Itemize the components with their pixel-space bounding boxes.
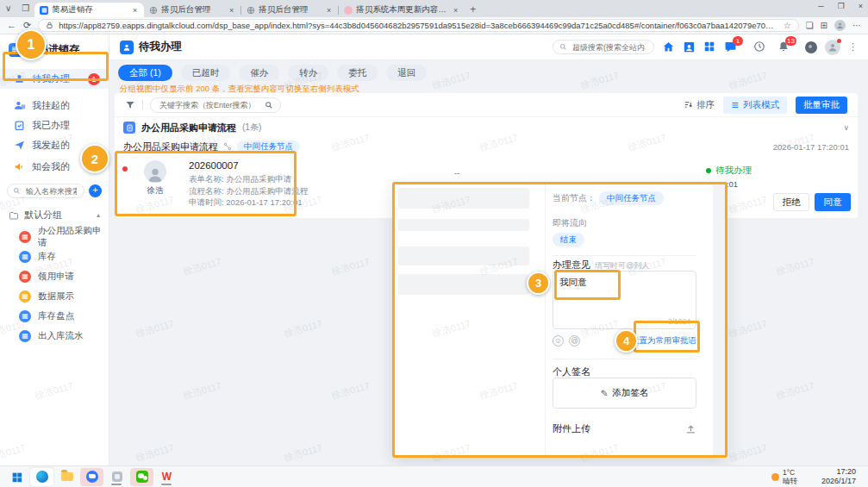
current-node-row: 当前节点： 中间任务节点 [553, 191, 696, 205]
task-form-name: 表单名称: 办公用品采购申请 [189, 173, 308, 185]
browser-tab-3[interactable]: 搭贝后台管理 × [241, 3, 338, 17]
new-tab-button[interactable]: + [465, 3, 481, 16]
window-minimize-icon[interactable]: ─ [818, 2, 823, 10]
add-group-button[interactable]: + [89, 184, 102, 197]
flow-section-header[interactable]: 办公用品采购申请流程 (1条) ∨ [115, 117, 858, 138]
list-mode-button[interactable]: 列表模式 [723, 97, 787, 114]
filter-return[interactable]: 退回 [386, 65, 427, 81]
taskbar-wps-icon[interactable]: W [155, 468, 178, 486]
notifications-bell-icon[interactable]: 13 [777, 41, 790, 53]
screen: ∨ ❐ ▦ 简易进销存 × 搭贝后台管理 × 搭贝后台管理 × 搭贝系统本周更新… [0, 0, 868, 487]
filter-transfer[interactable]: 转办 [288, 65, 328, 81]
tab-search-chevron-icon[interactable]: ∨ [0, 2, 16, 16]
tab-workspaces-icon[interactable]: ❐ [16, 2, 34, 16]
window-close-icon[interactable]: × [859, 2, 863, 10]
sidebar-item-requisition[interactable]: ▦ 领用申请 [0, 266, 109, 286]
tab2-close-icon[interactable]: × [228, 6, 235, 15]
sidebar-search-row: + [0, 177, 109, 203]
global-search-input[interactable] [571, 42, 647, 53]
keyword-search-wrap[interactable] [150, 97, 281, 113]
keyword-search-input[interactable] [158, 100, 260, 110]
todo-person-icon [14, 73, 25, 84]
add-signature-button[interactable]: ✎ 添加签名 [553, 378, 696, 409]
batch-approve-button[interactable]: 批量审批 [796, 97, 847, 114]
collections-icon[interactable]: ❏ [806, 22, 814, 30]
taskbar-edge-icon[interactable] [30, 468, 53, 486]
extensions-icon[interactable]: ⊞ [821, 22, 827, 30]
sidebar-item-todo[interactable]: 待我办理 1 [0, 69, 109, 89]
sidebar-item-stock-flow[interactable]: ▦ 出入库流水 [0, 326, 109, 346]
section-collapse-chevron-icon[interactable]: ∨ [843, 123, 849, 132]
upload-icon[interactable] [685, 423, 696, 434]
collapse-up-icon[interactable]: ▴ [97, 211, 100, 219]
tab3-close-icon[interactable]: × [325, 6, 333, 15]
bookmark-star-icon[interactable]: ☆ [784, 22, 791, 30]
filter-delegate[interactable]: 委托 [337, 65, 378, 81]
sort-button[interactable]: 排序 [684, 99, 715, 111]
sidebar-item-stocktaking[interactable]: ▦ 库存盘点 [0, 306, 109, 326]
sidebar-item-purchase-request[interactable]: ▦ 办公用品采购申请 [0, 227, 109, 247]
filter-overdue[interactable]: 已超时 [181, 65, 231, 81]
global-search-wrap[interactable] [553, 40, 654, 54]
browser-tab-1[interactable]: ▦ 简易进销存 × [34, 3, 144, 17]
taskbar-app-icon[interactable] [105, 468, 128, 486]
reject-button[interactable]: 拒绝 [773, 193, 809, 211]
speaker-icon [14, 161, 25, 172]
char-counter: 3/1024 [668, 317, 690, 326]
tab1-close-icon[interactable]: × [131, 6, 139, 15]
status-label: 待我办理 [715, 165, 752, 177]
browser-tab-2[interactable]: 搭贝后台管理 × [144, 3, 240, 17]
taskbar-explorer-icon[interactable] [55, 468, 78, 486]
site-info-lock-icon[interactable] [46, 22, 53, 29]
browser-tab-4[interactable]: 搭贝系统本周更新内容整理 - 豆包 × [339, 3, 465, 17]
search-icon[interactable] [265, 101, 273, 109]
approve-button[interactable]: 同意 [815, 193, 851, 211]
apps-grid-icon[interactable] [703, 41, 716, 53]
sidebar-search-input[interactable] [24, 186, 78, 197]
window-restore-icon[interactable]: ❐ [838, 2, 845, 10]
section-count: (1条) [242, 122, 261, 134]
browser-menu-icon[interactable]: ⋯ [852, 22, 861, 30]
search-icon [13, 187, 21, 195]
dialog-scroll-track[interactable] [713, 183, 727, 457]
history-clock-icon[interactable] [753, 41, 766, 53]
sidebar-item-inventory[interactable]: ▦ 库存 [0, 247, 109, 266]
mention-at-icon[interactable]: @ [569, 335, 580, 347]
handled-check-icon [14, 120, 25, 131]
home-icon[interactable] [662, 41, 675, 53]
sidebar-search-input-wrap[interactable] [7, 184, 84, 198]
sidebar-group-header[interactable]: 默认分组 ▴ [0, 203, 109, 227]
taskbar-weather[interactable]: 1°C 晴转 [771, 468, 797, 485]
emoji-icon[interactable]: ☺ [553, 335, 564, 347]
opinion-textarea[interactable]: 我同意 3/1024 [553, 271, 696, 329]
weather-temp: 1°C [783, 468, 797, 477]
taskbar-wechat-icon[interactable] [130, 468, 153, 486]
tab2-title: 搭贝后台管理 [161, 4, 224, 16]
contacts-icon[interactable] [683, 41, 696, 53]
user-avatar[interactable] [825, 40, 840, 55]
sidebar-item-handled[interactable]: 我已办理 [0, 116, 109, 135]
sidebar-item-data-display[interactable]: ▦ 数据展示 [0, 286, 109, 306]
current-node-pill[interactable]: 中间任务节点 [237, 140, 300, 153]
filter-funnel-icon[interactable] [125, 100, 135, 110]
annotation-circle-3: 3 [527, 272, 550, 295]
more-menu-icon[interactable]: ⋮ [848, 41, 858, 53]
tab4-close-icon[interactable]: × [452, 6, 459, 15]
messages-icon[interactable]: 1 [724, 41, 737, 53]
data-display-icon: ▦ [19, 290, 31, 303]
annotation-circle-2: 2 [80, 144, 109, 173]
url-field[interactable]: https://app82759.eapps.dingtalkcloud.com… [38, 19, 798, 32]
assistant-icon[interactable] [805, 41, 817, 53]
browser-profile-avatar[interactable] [834, 20, 846, 31]
set-common-phrase-link[interactable]: 设置为常用审批语 [631, 335, 696, 347]
sort-label: 排序 [696, 99, 715, 111]
filter-urge[interactable]: 催办 [239, 65, 279, 81]
tab4-favicon [344, 6, 353, 15]
taskbar-clock[interactable]: 17:20 2026/1/17 [821, 467, 856, 486]
sidebar-item-suspended[interactable]: 我挂起的 [0, 96, 109, 116]
filter-all[interactable]: 全部 (1) [118, 65, 172, 81]
tab3-favicon-globe-icon [247, 6, 255, 15]
start-button[interactable] [5, 468, 28, 486]
taskbar-dingtalk-icon[interactable] [80, 468, 103, 486]
back-icon[interactable]: ← [7, 21, 16, 30]
